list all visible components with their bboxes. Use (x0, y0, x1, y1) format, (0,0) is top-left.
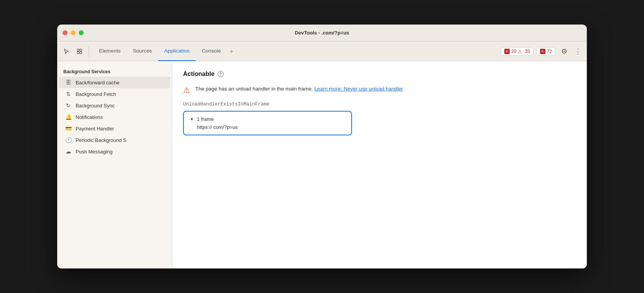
svg-rect-1 (80, 49, 82, 51)
traffic-lights (63, 30, 84, 35)
close-button[interactable] (63, 30, 68, 35)
content-area: Background Services 🗄 Back/forward cache… (57, 61, 587, 268)
svg-rect-2 (77, 52, 79, 54)
help-icon[interactable]: ? (218, 71, 224, 77)
svg-rect-0 (77, 49, 79, 51)
issues-icon: ✕ (540, 49, 545, 54)
errors-badge[interactable]: ✕ 20 ⚠ 35 (501, 47, 533, 56)
sidebar-item-periodic-background[interactable]: 🕐 Periodic Background S (59, 134, 170, 146)
issues-badge[interactable]: ✕ 72 (537, 47, 555, 56)
sidebar: Background Services 🗄 Back/forward cache… (57, 61, 172, 268)
warning-text: The page has an unload handler in the ma… (195, 85, 403, 93)
frame-count-label: 1 frame (197, 116, 214, 122)
sync-icon: ↻ (65, 102, 72, 109)
frame-count-row[interactable]: ▼ 1 frame (190, 116, 345, 122)
window-title: DevTools - .com/?p=us (295, 30, 349, 36)
tab-elements[interactable]: Elements (93, 41, 127, 61)
main-panel: Actionable ? ⚠ The page has an unload ha… (172, 61, 587, 268)
learn-more-link[interactable]: Learn more: Never use unload handler (314, 86, 403, 92)
cloud-icon: ☁ (65, 148, 72, 155)
sidebar-item-push-messaging[interactable]: ☁ Push Messaging (59, 146, 170, 157)
clock-icon: 🕐 (65, 137, 72, 143)
sidebar-label-notifications: Notifications (76, 114, 103, 120)
sidebar-item-back-forward-cache[interactable]: 🗄 Back/forward cache (59, 77, 170, 88)
error-icon: ✕ (504, 49, 510, 54)
svg-rect-3 (80, 52, 82, 54)
card-icon: 💳 (65, 125, 72, 132)
inspect-icon[interactable] (74, 46, 85, 57)
tab-application[interactable]: Application (158, 41, 196, 61)
nav-tabs: Elements Sources Application Console » (93, 41, 499, 61)
errors-count: 20 (511, 49, 516, 54)
warning-icon: ⚠ (518, 49, 523, 54)
settings-button[interactable]: ⚙ (558, 46, 570, 57)
toolbar-right: ✕ 20 ⚠ 35 ✕ 72 ⚙ ⋮ (501, 46, 583, 57)
sidebar-item-notifications[interactable]: 🔔 Notifications (59, 111, 170, 123)
frame-url: https:// com/?p=us (190, 124, 345, 130)
section-heading-text: Actionable (183, 71, 215, 77)
sidebar-label-background-fetch: Background Fetch (76, 91, 116, 97)
arrows-updown-icon: ⇅ (65, 91, 72, 97)
warning-triangle-icon: ⚠ (183, 86, 190, 95)
sidebar-label-background-sync: Background Sync (76, 103, 115, 109)
warnings-count: 35 (525, 49, 530, 54)
toolbar-icon-group (61, 46, 89, 57)
more-tabs-button[interactable]: » (227, 48, 236, 54)
devtools-window: DevTools - .com/?p=us Elements Sources (57, 25, 587, 268)
section-heading: Actionable ? (183, 71, 576, 77)
frame-box: ▼ 1 frame https:// com/?p=us (183, 111, 352, 135)
more-options-button[interactable]: ⋮ (573, 46, 583, 57)
toolbar: Elements Sources Application Console » ✕… (57, 41, 587, 61)
sidebar-label-back-forward-cache: Back/forward cache (76, 80, 119, 86)
sidebar-item-payment-handler[interactable]: 💳 Payment Handler (59, 123, 170, 134)
titlebar: DevTools - .com/?p=us (57, 25, 587, 41)
key-label: UnloadHandlerExistsInMainFrame (183, 102, 576, 107)
tab-sources[interactable]: Sources (127, 41, 158, 61)
bell-icon: 🔔 (65, 114, 72, 120)
sidebar-section-title: Background Services (57, 64, 172, 77)
sidebar-label-payment-handler: Payment Handler (76, 126, 114, 132)
issues-count: 72 (547, 49, 552, 54)
cursor-icon[interactable] (61, 46, 72, 57)
tab-console[interactable]: Console (196, 41, 227, 61)
minimize-button[interactable] (71, 30, 76, 35)
triangle-icon: ▼ (190, 117, 194, 121)
warning-message: The page has an unload handler in the ma… (195, 86, 313, 92)
sidebar-label-push-messaging: Push Messaging (76, 149, 112, 155)
maximize-button[interactable] (79, 30, 84, 35)
sidebar-label-periodic-background: Periodic Background S (76, 137, 126, 143)
sidebar-item-background-fetch[interactable]: ⇅ Background Fetch (59, 88, 170, 100)
warning-row: ⚠ The page has an unload handler in the … (183, 85, 576, 95)
sidebar-item-background-sync[interactable]: ↻ Background Sync (59, 100, 170, 111)
database-icon: 🗄 (65, 79, 72, 86)
